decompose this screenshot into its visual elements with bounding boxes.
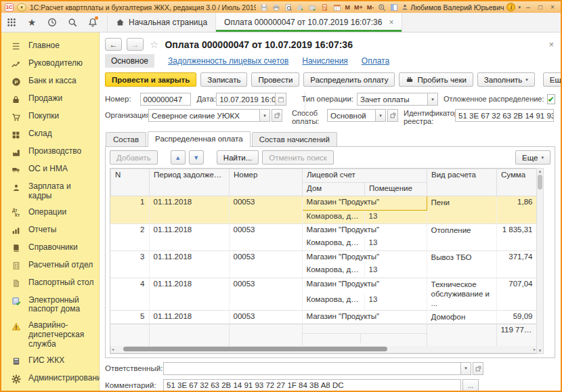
col-room[interactable]: Помещение <box>365 183 427 196</box>
tab-accruals-structure[interactable]: Состав начислений <box>252 132 337 146</box>
sidebar-item-sales[interactable]: Продажи <box>1 91 100 108</box>
scroll-up-icon[interactable]: ▲ <box>538 169 542 173</box>
sidebar-item-bank-cash[interactable]: РБанк и касса <box>1 73 100 91</box>
sidebar-item-billing-dept[interactable]: Расчетный отдел <box>1 257 100 275</box>
sidebar-item-reports[interactable]: Отчеты <box>1 222 100 240</box>
nav-accruals[interactable]: Начисления <box>302 56 348 66</box>
write-button[interactable]: Записать <box>200 72 247 87</box>
nav-payment[interactable]: Оплата <box>362 56 389 66</box>
memory-m-plus-button[interactable]: M+ <box>353 4 364 11</box>
tab-structure[interactable]: Состав <box>106 132 146 146</box>
fill-button[interactable]: Заполнить▾ <box>477 72 535 87</box>
comment-input[interactable]: 51 3E 67 32 63 2B 14 91 93 72 27 1F 84 3… <box>163 379 461 392</box>
back-button[interactable]: ← <box>105 38 122 51</box>
sidebar-item-fixed-assets[interactable]: ОС и НМА <box>1 161 100 179</box>
notifications-bell-icon[interactable] <box>83 13 103 32</box>
organization-dropdown-icon[interactable]: ▾ <box>260 109 270 122</box>
registry-id-input[interactable]: 51 3E 67 32 63 2B 14 91 93 <box>455 109 554 122</box>
vertical-scrollbar[interactable]: ▲ ▼ <box>536 168 544 354</box>
sidebar-item-warehouse[interactable]: Склад <box>1 126 100 144</box>
col-sum[interactable]: Сумма <box>497 169 538 196</box>
main-menu-button[interactable]: ▾ <box>17 3 26 12</box>
calendar-icon[interactable] <box>332 3 342 12</box>
scroll-left-icon[interactable]: ◂ <box>112 347 114 351</box>
cancel-search-button[interactable]: Отменить поиск <box>262 150 334 165</box>
print-preview-icon[interactable] <box>284 3 293 12</box>
current-user[interactable]: Любимов Валерий Юрьевич <box>402 3 504 12</box>
form-close-icon[interactable]: × <box>548 39 555 49</box>
tab-home[interactable]: Начальная страница <box>107 13 215 32</box>
sidebar-item-main[interactable]: ☰Главное <box>1 38 100 56</box>
punch-receipts-button[interactable]: Пробить чеки <box>399 72 473 87</box>
pay-method-dropdown-icon[interactable]: ▾ <box>376 109 386 122</box>
grid-more-button[interactable]: Еще▾ <box>515 150 550 165</box>
zoom-icon[interactable] <box>377 3 387 12</box>
col-account[interactable]: Лицевой счет <box>303 169 427 183</box>
pay-method-combo[interactable]: Основной <box>327 109 376 122</box>
info-caret-icon[interactable]: ▾ <box>518 5 521 10</box>
scrollbar-thumb[interactable] <box>538 175 542 190</box>
col-calc-type[interactable]: Вид расчета <box>427 169 497 196</box>
distribute-payment-button[interactable]: Распределить оплату <box>303 72 395 87</box>
operation-type-select[interactable]: Зачет оплаты <box>357 93 428 106</box>
sidebar-item-gis-zhkh[interactable]: ГИС ЖКХ <box>1 353 100 370</box>
col-period[interactable]: Период задолженности <box>150 169 230 196</box>
col-number[interactable]: Номер <box>230 169 303 196</box>
favorites-star-icon[interactable]: ★ <box>22 13 42 32</box>
sidebar-item-operations[interactable]: ДтКтОперации <box>1 204 100 222</box>
add-row-button[interactable]: Добавить <box>110 150 158 165</box>
sidebar-item-catalogs[interactable]: Справочники <box>1 240 100 257</box>
maximize-button[interactable]: □ <box>536 3 545 11</box>
number-input[interactable]: 000000047 <box>140 93 192 106</box>
responsible-open-button[interactable] <box>473 362 483 375</box>
sidebar-item-emergency-dispatch[interactable]: Аварийно-диспетчерская служба <box>1 318 100 352</box>
tab-payment-document[interactable]: Оплата 000000047 от 10.07.2019 16:07:36 … <box>215 13 402 32</box>
print-icon[interactable] <box>272 3 281 12</box>
calculator-icon[interactable] <box>320 3 330 12</box>
scroll-right-icon[interactable]: ▸ <box>534 347 536 351</box>
sidebar-item-payroll-hr[interactable]: Зарплата и кадры <box>1 179 100 204</box>
deferred-distribution-checkbox[interactable]: ✔ <box>547 94 555 104</box>
pay-method-open-button[interactable] <box>387 109 398 122</box>
close-window-button[interactable]: × <box>548 3 557 11</box>
responsible-combo[interactable] <box>163 362 461 375</box>
memory-m-minus-button[interactable]: M- <box>366 4 375 11</box>
table-row[interactable]: 5 01.11.2018 00053 Магазин "Продукты" До… <box>110 310 536 324</box>
sidebar-item-production[interactable]: Производство <box>1 144 100 161</box>
col-house[interactable]: Дом <box>303 183 365 196</box>
organization-combo[interactable]: Северное сияние УЮКХ <box>148 109 260 122</box>
sidebar-item-manager[interactable]: Руководителю <box>1 56 100 73</box>
nav-main[interactable]: Основное <box>105 54 154 68</box>
horizontal-scrollbar[interactable]: ◂ ▸ <box>110 346 537 353</box>
date-calendar-button[interactable] <box>276 93 286 106</box>
sidebar-item-house-epassport[interactable]: Электронный паспорт дома <box>1 292 100 318</box>
history-icon[interactable] <box>42 13 62 32</box>
scroll-down-icon[interactable]: ▼ <box>538 349 542 353</box>
scrollbar-thumb[interactable] <box>123 347 387 351</box>
tab-close-icon[interactable]: × <box>389 18 393 27</box>
info-button[interactable]: i <box>506 3 515 12</box>
grid-body[interactable]: 1 01.11.2018 00053 Магазин "Продукты" Пе… <box>110 196 536 324</box>
table-row[interactable]: 2 01.11.2018 00053 Магазин "Продукты" От… <box>110 223 536 237</box>
receive-document-icon[interactable] <box>308 3 318 12</box>
forward-button[interactable]: → <box>127 38 144 51</box>
search-icon[interactable] <box>62 13 83 32</box>
organization-open-button[interactable] <box>272 109 282 122</box>
operation-type-dropdown-icon[interactable]: ▾ <box>428 93 438 106</box>
post-button[interactable]: Провести <box>251 72 299 87</box>
sidebar-item-administration[interactable]: Администрирование <box>1 370 100 388</box>
favorite-star-icon[interactable]: ☆ <box>150 39 158 51</box>
date-input[interactable]: 10.07.2019 16:07:36 <box>216 93 276 106</box>
find-button[interactable]: Найти... <box>217 150 259 165</box>
post-and-close-button[interactable]: Провести и закрыть <box>105 72 196 87</box>
table-row[interactable]: 4 01.11.2018 00053 Магазин "Продукты" Те… <box>110 278 536 294</box>
sidebar-item-purchases[interactable]: Покупки <box>1 108 100 126</box>
split-view-icon[interactable] <box>389 3 399 12</box>
table-row[interactable]: 3 01.11.2018 00053 Магазин "Продукты" Вы… <box>110 251 536 264</box>
minimize-button[interactable]: – <box>523 3 533 11</box>
send-document-icon[interactable] <box>296 3 305 12</box>
nav-debt-accounts[interactable]: Задолженность лицевых счетов <box>168 56 288 66</box>
sidebar-item-passport-office[interactable]: Паспортный стол <box>1 275 100 292</box>
responsible-dropdown-icon[interactable]: ▾ <box>461 362 471 375</box>
col-n[interactable]: N <box>111 169 150 196</box>
